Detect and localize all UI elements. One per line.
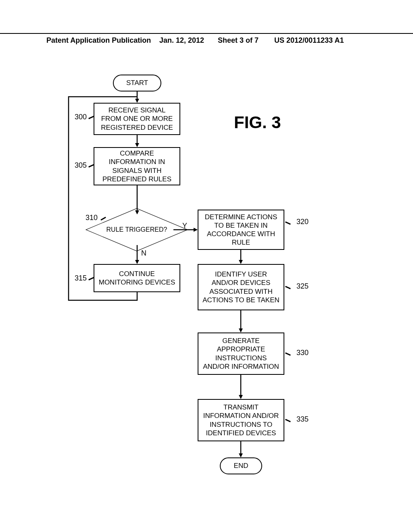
leader-325 [285,286,291,289]
branch-yes: Y [182,222,187,230]
ref-325: 325 [296,282,309,291]
leader-305 [88,164,94,167]
patent-header: Patent Application Publication Jan. 12, … [0,33,413,36]
step-300: RECEIVE SIGNAL FROM ONE OR MORE REGISTER… [94,103,180,135]
step-335-label: TRANSMIT INFORMATION AND/OR INSTRUCTIONS… [202,403,280,437]
step-305-label: COMPARE INFORMATION IN SIGNALS WITH PRED… [98,149,176,183]
ref-305: 305 [75,161,87,170]
header-left: Patent Application Publication [46,36,151,45]
step-320: DETERMINE ACTIONS TO BE TAKEN IN ACCORDA… [198,210,284,250]
step-330: GENERATE APPROPRIATE INSTRUCTIONS AND/OR… [198,332,284,375]
step-325: IDENTIFY USER AND/OR DEVICES ASSOCIATED … [198,264,284,310]
step-330-label: GENERATE APPROPRIATE INSTRUCTIONS AND/OR… [202,337,280,371]
header-date: Jan. 12, 2012 [159,36,204,45]
step-315: CONTINUE MONITORING DEVICES [94,264,180,292]
step-315-label: CONTINUE MONITORING DEVICES [98,270,176,287]
branch-no: N [141,249,146,258]
step-305: COMPARE INFORMATION IN SIGNALS WITH PRED… [94,147,180,185]
figure-label: FIG. 3 [234,113,281,132]
ref-320: 320 [296,218,309,226]
leader-300 [88,116,94,119]
step-335: TRANSMIT INFORMATION AND/OR INSTRUCTIONS… [198,399,284,441]
leader-335 [285,419,291,422]
start-terminator: START [113,75,161,91]
header-pubno: US 2012/0011233 A1 [274,36,344,45]
start-label: START [126,79,148,87]
leader-330 [285,352,291,355]
ref-310: 310 [86,214,98,222]
end-terminator: END [220,457,262,474]
ref-330: 330 [296,349,309,357]
step-325-label: IDENTIFY USER AND/OR DEVICES ASSOCIATED … [202,270,280,304]
header-sheet: Sheet 3 of 7 [218,36,259,45]
leader-315 [88,277,94,280]
ref-315: 315 [75,274,87,283]
ref-300: 300 [75,113,87,121]
step-300-label: RECEIVE SIGNAL FROM ONE OR MORE REGISTER… [98,106,176,132]
leader-320 [285,221,291,224]
step-320-label: DETERMINE ACTIONS TO BE TAKEN IN ACCORDA… [202,213,280,247]
decision-310-label: RULE TRIGGERED? [106,226,167,233]
ref-335: 335 [296,415,309,424]
end-label: END [234,462,248,470]
decision-310: RULE TRIGGERED? [100,193,173,266]
